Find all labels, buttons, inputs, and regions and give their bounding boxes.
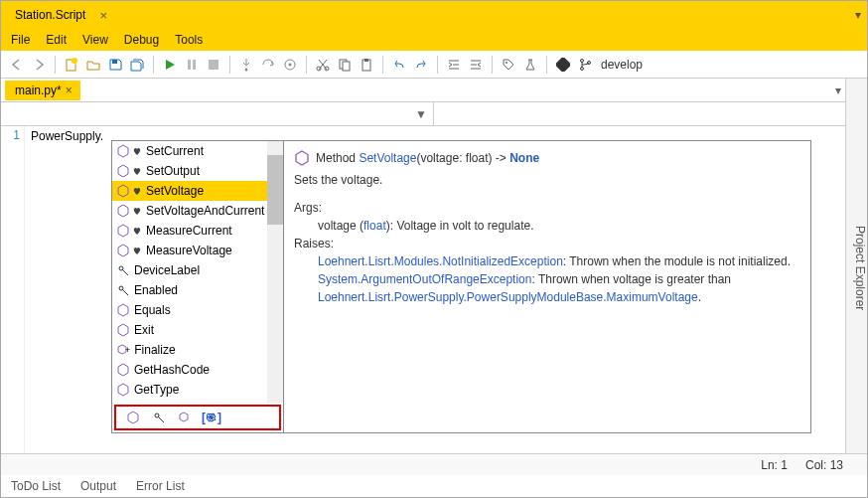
svg-rect-2	[112, 60, 117, 64]
indent-icon[interactable]	[444, 55, 464, 75]
method-heart-icon	[116, 184, 142, 198]
method-heart-icon	[116, 164, 142, 178]
paste-icon[interactable]	[357, 55, 376, 75]
ac-item-enabled[interactable]: Enabled	[112, 280, 283, 300]
menu-edit[interactable]: Edit	[38, 31, 74, 49]
method-icon	[116, 323, 130, 337]
filter-property-icon[interactable]	[152, 411, 166, 424]
flask-icon[interactable]	[520, 55, 540, 75]
ac-item-gettype[interactable]: GetType	[112, 380, 283, 400]
open-icon[interactable]	[83, 55, 103, 75]
step-into-icon[interactable]	[236, 55, 256, 75]
step-out-icon[interactable]	[280, 55, 300, 75]
pause-icon[interactable]	[182, 55, 202, 75]
ac-item-label: DeviceLabel	[134, 263, 200, 277]
svg-rect-5	[209, 60, 218, 70]
autocomplete-list[interactable]: SetCurrentSetOutputSetVoltageSetVoltageA…	[111, 140, 284, 433]
status-line: Ln: 1	[761, 458, 788, 472]
branch-icon[interactable]	[575, 55, 595, 75]
ac-item-label: SetVoltage	[146, 184, 204, 198]
intellisense-popup: SetCurrentSetOutputSetVoltageSetVoltageA…	[111, 140, 811, 433]
close-tab-icon[interactable]: ×	[99, 8, 107, 23]
ac-item-label: Equals	[134, 303, 171, 317]
tab-overflow-icon[interactable]: ▾	[835, 83, 841, 97]
tab-todo[interactable]: ToDo List	[11, 479, 61, 493]
method-heart-icon	[116, 244, 142, 257]
code-editor[interactable]: PowerSupply. SetCurrentSetOutputSetVolta…	[25, 126, 867, 453]
ac-item-setoutput[interactable]: SetOutput	[112, 161, 283, 181]
doc-sig: (voltage: float) ->	[416, 151, 506, 165]
svg-rect-14	[364, 59, 368, 62]
ac-item-setvoltageandcurrent[interactable]: SetVoltageAndCurrent	[112, 201, 283, 221]
svg-rect-16	[556, 58, 570, 72]
menu-bar: File Edit View Debug Tools	[1, 29, 867, 51]
nav-scope-dropdown[interactable]: ▼	[1, 102, 434, 125]
toolbar: develop	[1, 51, 867, 79]
method-icon	[294, 150, 310, 166]
git-icon[interactable]	[553, 55, 573, 75]
ac-item-devicelabel[interactable]: DeviceLabel	[112, 260, 283, 280]
svg-point-15	[506, 62, 507, 64]
svg-point-8	[289, 63, 292, 66]
new-file-icon[interactable]	[62, 55, 81, 75]
menu-view[interactable]: View	[74, 31, 116, 49]
nav-back-icon[interactable]	[7, 55, 27, 75]
ac-item-finalize[interactable]: +Finalize	[112, 340, 283, 360]
tab-output[interactable]: Output	[80, 479, 116, 493]
code-line: PowerSupply.	[31, 129, 103, 143]
menu-debug[interactable]: Debug	[116, 31, 167, 49]
ac-item-label: SetCurrent	[146, 144, 204, 158]
line-number: 1	[5, 128, 20, 142]
method-icon	[116, 363, 130, 377]
method-heart-icon	[116, 224, 142, 238]
tag-icon[interactable]	[499, 55, 518, 75]
run-icon[interactable]	[160, 55, 180, 75]
nav-member-dropdown[interactable]: ▼	[434, 102, 867, 125]
method-small-icon: +	[116, 344, 130, 356]
doc-tab-strip: main.py* × ▾ ▼	[1, 79, 867, 102]
tab-errors[interactable]: Error List	[136, 479, 185, 493]
ac-item-setcurrent[interactable]: SetCurrent	[112, 141, 283, 161]
ac-item-setvoltage[interactable]: SetVoltage	[112, 181, 283, 201]
menu-tools[interactable]: Tools	[167, 31, 211, 49]
stop-icon[interactable]	[204, 55, 223, 75]
svg-rect-3	[188, 60, 191, 70]
branch-name[interactable]: develop	[601, 58, 643, 72]
undo-icon[interactable]	[389, 55, 409, 75]
filter-small-icon[interactable]	[178, 412, 190, 423]
scrollbar[interactable]	[267, 141, 283, 403]
project-explorer-tab[interactable]: Project Explorer	[845, 79, 867, 453]
save-all-icon[interactable]	[127, 55, 147, 75]
ac-item-exit[interactable]: Exit	[112, 320, 283, 340]
line-gutter: 1	[1, 126, 25, 453]
tab-main-py[interactable]: main.py* ×	[5, 81, 80, 100]
ac-item-label: MeasureCurrent	[146, 224, 232, 238]
filter-toolbar: [֎]	[114, 405, 281, 430]
redo-icon[interactable]	[411, 55, 431, 75]
ac-item-label: GetType	[134, 383, 179, 397]
method-heart-icon	[116, 144, 142, 158]
outdent-icon[interactable]	[466, 55, 486, 75]
doc-args-heading: Args:	[294, 199, 800, 217]
status-col: Col: 13	[805, 458, 843, 472]
step-over-icon[interactable]	[258, 55, 278, 75]
svg-point-6	[245, 68, 248, 71]
ac-item-equals[interactable]: Equals	[112, 300, 283, 320]
filter-keyword-icon[interactable]: [֎]	[202, 411, 221, 424]
copy-icon[interactable]	[335, 55, 355, 75]
nav-fwd-icon[interactable]	[29, 55, 49, 75]
ac-item-measurevoltage[interactable]: MeasureVoltage	[112, 241, 283, 260]
window-overflow-icon[interactable]: ▾	[855, 8, 861, 22]
filter-method-icon[interactable]	[126, 411, 140, 424]
save-icon[interactable]	[105, 55, 125, 75]
svg-rect-4	[193, 60, 196, 70]
ac-item-measurecurrent[interactable]: MeasureCurrent	[112, 221, 283, 241]
doc-raises-heading: Raises:	[294, 235, 800, 252]
tab-close-icon[interactable]: ×	[66, 83, 72, 97]
cut-icon[interactable]	[313, 55, 333, 75]
status-bar: Ln: 1 Col: 13	[1, 453, 867, 475]
ac-item-label: Exit	[134, 323, 154, 337]
menu-file[interactable]: File	[3, 31, 38, 49]
navigation-bar: ▼ ▼	[1, 102, 867, 126]
ac-item-gethashcode[interactable]: GetHashCode	[112, 360, 283, 380]
